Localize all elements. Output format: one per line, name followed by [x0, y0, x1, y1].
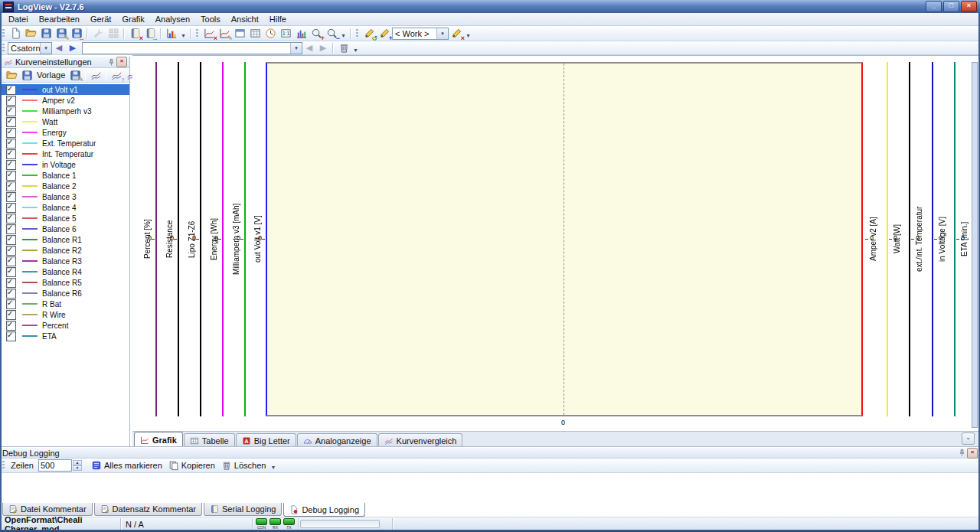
curve-raise-button[interactable]: ↑: [109, 68, 124, 82]
new-file-button[interactable]: [8, 27, 23, 41]
spinner-down-button[interactable]: ▼: [73, 465, 82, 471]
workspace-delete-button[interactable]: ×: [449, 27, 464, 41]
pin-icon[interactable]: [106, 57, 116, 67]
curve-list-item[interactable]: ETA: [2, 331, 129, 341]
time-scale-button[interactable]: [263, 27, 278, 41]
curve-list-item[interactable]: Balance R3: [2, 256, 129, 266]
curve-checkbox[interactable]: [6, 203, 16, 213]
open-file-button[interactable]: [23, 27, 38, 41]
curve-checkbox[interactable]: [6, 117, 16, 127]
panel-close-icon[interactable]: ×: [116, 57, 127, 67]
tab-grafik[interactable]: Grafik: [134, 432, 183, 447]
chevron-down-icon[interactable]: ▾: [290, 43, 302, 54]
menu-item[interactable]: Gerät: [85, 14, 117, 24]
curve-checkbox[interactable]: [6, 192, 16, 202]
device-config-button[interactable]: [90, 27, 106, 41]
save-template-as-button[interactable]: ✎: [67, 68, 83, 82]
tab-kurvenvergleich[interactable]: Kurvenvergleich: [378, 433, 463, 447]
tab-overflow-button[interactable]: ⌄: [962, 432, 975, 445]
curve-list-item[interactable]: Balance 4: [2, 202, 129, 213]
channel-back-button[interactable]: ◀: [52, 42, 66, 54]
plot-area[interactable]: [266, 62, 863, 416]
curve-checkbox[interactable]: [6, 278, 16, 288]
curve-checkbox[interactable]: [6, 331, 16, 341]
toolbar-grip[interactable]: [2, 44, 5, 53]
curve-list-item[interactable]: Energy: [2, 127, 129, 138]
hide-curve-button[interactable]: ×: [201, 27, 217, 41]
curve-checkbox[interactable]: [6, 256, 16, 266]
menu-item[interactable]: Datei: [3, 14, 34, 24]
workspace-selector[interactable]: < Work > ▾: [392, 28, 449, 40]
debug-log-content[interactable]: [2, 474, 978, 502]
vertical-scrollbar[interactable]: [972, 62, 978, 428]
pin-icon[interactable]: [957, 448, 967, 458]
curve-list-item[interactable]: Percent: [2, 320, 129, 331]
curve-list-item[interactable]: Ext. Temperatur: [2, 138, 129, 149]
curve-checkbox[interactable]: [6, 267, 16, 277]
curve-checkbox[interactable]: [6, 160, 16, 170]
curve-list-item[interactable]: Balance 6: [2, 224, 129, 234]
menu-item[interactable]: Bearbeiten: [34, 14, 85, 24]
chevron-down-icon[interactable]: ▾: [40, 43, 51, 54]
curve-checkbox[interactable]: [6, 310, 16, 320]
curve-checkbox[interactable]: [6, 96, 16, 106]
curve-list-item[interactable]: Balance R2: [2, 245, 129, 256]
device-window-button[interactable]: [106, 27, 121, 41]
tab-debug-logging[interactable]: Debug Logging: [283, 503, 365, 517]
channel-selector[interactable]: Csatorna: ▾: [8, 42, 52, 54]
curve-cursor-button[interactable]: ✎: [217, 27, 232, 41]
tab-datensatz-kommentar[interactable]: Datensatz Kommentar: [94, 503, 202, 516]
menu-item[interactable]: Analysen: [150, 14, 195, 24]
curve-checkbox[interactable]: [6, 128, 16, 138]
curve-list-item[interactable]: Watt: [2, 116, 129, 127]
spinner-up-button[interactable]: ▲: [73, 460, 82, 465]
curve-checkbox[interactable]: [6, 149, 16, 159]
tab-big-letter[interactable]: Big Letter: [236, 433, 296, 447]
save-as-button[interactable]: ✎: [54, 27, 69, 41]
curve-checkbox[interactable]: [6, 321, 16, 331]
close-button[interactable]: ×: [961, 1, 977, 12]
minimize-button[interactable]: _: [926, 1, 942, 12]
save-button[interactable]: [38, 27, 54, 41]
zoom-one-to-one-button[interactable]: [278, 27, 293, 41]
curve-checkbox[interactable]: [6, 289, 16, 299]
rows-input[interactable]: 500: [38, 459, 72, 472]
import-dataset-button[interactable]: →: [142, 27, 158, 41]
curve-list-item[interactable]: in Voltage: [2, 159, 129, 170]
menu-item[interactable]: Hilfe: [264, 14, 292, 24]
curve-list-item[interactable]: Balance R4: [2, 266, 129, 277]
tab-serial-logging[interactable]: Serial Logging: [204, 503, 282, 516]
maximize-button[interactable]: □: [943, 1, 959, 12]
curve-checkbox[interactable]: [6, 224, 16, 234]
panel-close-icon[interactable]: ×: [967, 448, 978, 459]
curve-list-item[interactable]: R Bat: [2, 299, 129, 309]
curve-checkbox[interactable]: [6, 106, 16, 116]
channel-forward-button[interactable]: ▶: [66, 42, 80, 54]
clear-log-button[interactable]: [336, 41, 351, 55]
toolbar-grip[interactable]: [2, 461, 5, 470]
export-chart-button[interactable]: [164, 27, 179, 41]
zoom-out-button[interactable]: −: [324, 27, 339, 41]
curve-checkbox[interactable]: [6, 171, 16, 181]
toolbar-grip[interactable]: [2, 29, 5, 38]
save-template-button[interactable]: [19, 68, 34, 82]
curve-list-item[interactable]: Milliamperh v3: [2, 106, 129, 116]
select-all-button[interactable]: Alles markieren: [88, 459, 165, 472]
menu-item[interactable]: Ansicht: [226, 14, 264, 24]
curve-list-item[interactable]: Int. Temperatur: [2, 149, 129, 159]
toolbar-grip[interactable]: [356, 29, 358, 38]
grid-toggle-button[interactable]: [247, 27, 263, 41]
curve-checkbox[interactable]: [6, 235, 16, 245]
curve-list-item[interactable]: Balance 3: [2, 191, 129, 202]
dropdown-caret[interactable]: ▾: [339, 28, 348, 40]
toolbar-grip[interactable]: [196, 29, 198, 38]
tab-tabelle[interactable]: Tabelle: [184, 433, 235, 447]
dataset-selector[interactable]: ▾: [82, 42, 302, 54]
chevron-down-icon[interactable]: ▾: [436, 28, 448, 39]
curve-checkbox[interactable]: [6, 214, 16, 224]
workspace-add-button[interactable]: +: [377, 27, 392, 41]
curve-list-item[interactable]: out Volt v1: [2, 84, 129, 95]
curve-list-item[interactable]: Balance 2: [2, 181, 129, 191]
open-template-button[interactable]: [4, 68, 19, 82]
dropdown-caret[interactable]: ▾: [269, 459, 277, 472]
